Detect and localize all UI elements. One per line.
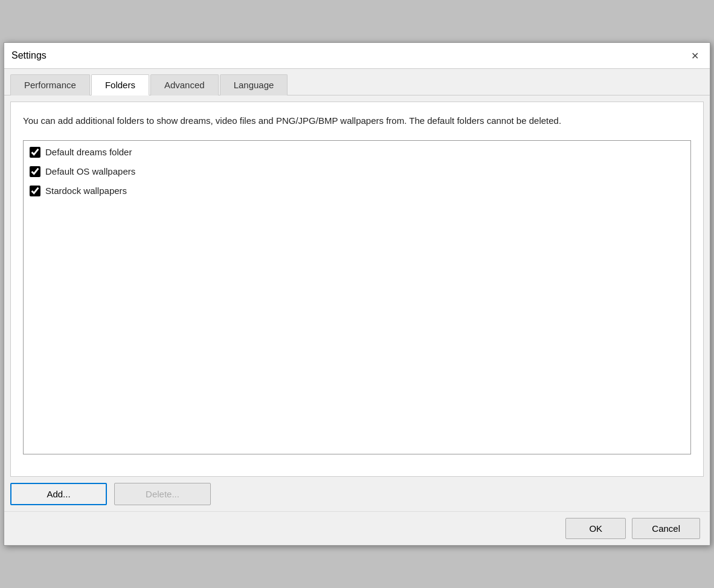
list-item[interactable]: Stardock wallpapers [30, 186, 684, 196]
default-os-label: Default OS wallpapers [45, 166, 135, 176]
folder-list-box: Default dreams folder Default OS wallpap… [23, 140, 691, 454]
footer: OK Cancel [4, 511, 710, 545]
dialog-title: Settings [11, 50, 47, 61]
tab-language[interactable]: Language [220, 74, 288, 95]
list-item[interactable]: Default OS wallpapers [30, 166, 684, 177]
tab-folders[interactable]: Folders [91, 74, 149, 95]
tab-advanced[interactable]: Advanced [150, 74, 219, 95]
tab-bar: Performance Folders Advanced Language [4, 69, 710, 95]
description-text: You can add additional folders to show d… [23, 114, 691, 128]
ok-button[interactable]: OK [565, 518, 626, 539]
default-dreams-checkbox[interactable] [30, 147, 40, 158]
title-bar: Settings ✕ [4, 43, 710, 69]
tab-performance[interactable]: Performance [10, 74, 90, 95]
cancel-button[interactable]: Cancel [632, 518, 700, 539]
stardock-checkbox[interactable] [30, 186, 40, 196]
list-item[interactable]: Default dreams folder [30, 147, 684, 158]
settings-dialog: Settings ✕ Performance Folders Advanced … [4, 42, 710, 546]
delete-button[interactable]: Delete... [114, 483, 211, 505]
main-content: You can add additional folders to show d… [10, 102, 704, 477]
default-dreams-label: Default dreams folder [45, 147, 132, 157]
stardock-label: Stardock wallpapers [45, 186, 127, 196]
close-button[interactable]: ✕ [687, 48, 703, 63]
add-button[interactable]: Add... [10, 483, 107, 505]
default-os-checkbox[interactable] [30, 166, 40, 177]
action-buttons: Add... Delete... [10, 483, 704, 505]
